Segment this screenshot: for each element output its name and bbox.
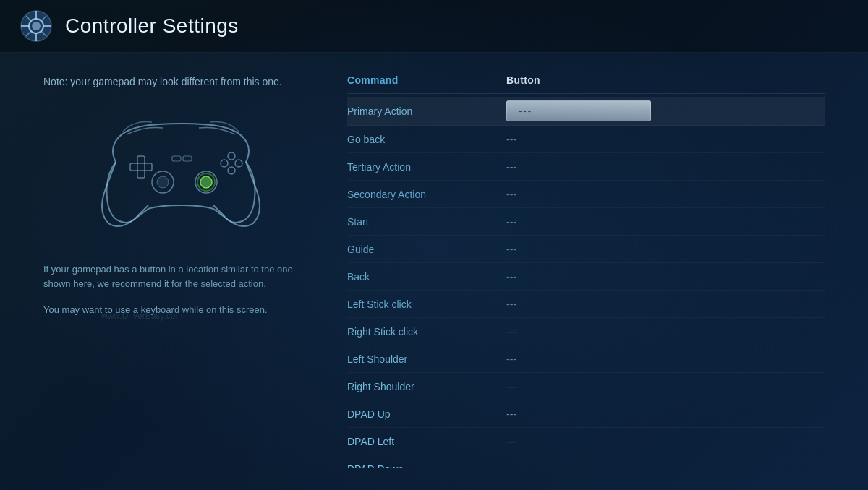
- table-body: Primary Action---Go back---Tertiary Acti…: [347, 97, 825, 468]
- main-content: Note: your gamepad may look different fr…: [0, 53, 868, 490]
- svg-rect-23: [183, 156, 192, 161]
- tip-text: If your gamepad has a button in a locati…: [43, 262, 318, 291]
- gamepad-illustration: [80, 104, 282, 245]
- row-button-value[interactable]: ---: [506, 298, 825, 310]
- row-command-label: Right Shoulder: [347, 381, 506, 392]
- row-button-value[interactable]: ---: [506, 244, 825, 255]
- svg-point-2: [32, 22, 41, 30]
- note-text: Note: your gamepad may look different fr…: [43, 74, 318, 90]
- button-input-field[interactable]: ---: [506, 100, 651, 121]
- row-command-label: Right Stick click: [347, 326, 506, 338]
- svg-point-21: [221, 160, 228, 167]
- table-row[interactable]: Tertiary Action---: [347, 153, 825, 181]
- table-row[interactable]: Back---: [347, 263, 825, 291]
- row-button-value[interactable]: ---: [506, 326, 825, 338]
- row-button-value[interactable]: ---: [506, 271, 825, 283]
- row-button-value[interactable]: ---: [506, 161, 825, 173]
- row-button-value[interactable]: ---: [506, 436, 825, 447]
- row-command-label: Guide: [347, 244, 506, 255]
- row-command-label: Secondary Action: [347, 189, 506, 200]
- svg-rect-11: [137, 156, 145, 178]
- table-row[interactable]: Left Stick click---: [347, 291, 825, 318]
- row-command-label: Left Shoulder: [347, 353, 506, 365]
- table-row[interactable]: DPAD Up---: [347, 400, 825, 428]
- row-button-value[interactable]: ---: [506, 353, 825, 365]
- row-button-value[interactable]: ---: [506, 100, 825, 121]
- table-row[interactable]: Guide---: [347, 236, 825, 263]
- table-row[interactable]: DPAD Left---: [347, 428, 825, 455]
- table-header: Command Button: [347, 74, 825, 94]
- table-row[interactable]: Start---: [347, 208, 825, 236]
- row-command-label: Start: [347, 216, 506, 228]
- svg-point-20: [228, 167, 235, 174]
- commands-table: Command Button Primary Action---Go back-…: [347, 74, 825, 468]
- svg-point-18: [228, 152, 235, 160]
- row-button-value[interactable]: ---: [506, 408, 825, 420]
- row-button-value[interactable]: ---: [506, 463, 825, 469]
- table-row[interactable]: Primary Action---: [347, 97, 825, 126]
- row-button-value[interactable]: ---: [506, 216, 825, 228]
- row-command-label: DPAD Down: [347, 463, 506, 469]
- gamepad-svg: [80, 104, 282, 245]
- row-command-label: Primary Action: [347, 106, 506, 117]
- right-panel: Command Button Primary Action---Go back-…: [347, 74, 825, 468]
- row-button-value[interactable]: ---: [506, 189, 825, 200]
- row-command-label: DPAD Left: [347, 436, 506, 447]
- table-row[interactable]: DPAD Down---: [347, 455, 825, 468]
- row-command-label: Left Stick click: [347, 298, 506, 310]
- page-title: Controller Settings: [65, 14, 239, 38]
- row-button-value[interactable]: ---: [506, 381, 825, 392]
- col-button-header: Button: [506, 74, 825, 86]
- table-row[interactable]: Left Shoulder---: [347, 345, 825, 373]
- svg-point-19: [235, 160, 242, 167]
- row-button-value[interactable]: ---: [506, 134, 825, 145]
- svg-rect-12: [130, 163, 152, 171]
- left-panel: Note: your gamepad may look different fr…: [43, 74, 318, 468]
- table-row[interactable]: Go back---: [347, 126, 825, 153]
- svg-point-16: [200, 176, 212, 188]
- keyboard-text: You may want to use a keyboard while on …: [43, 303, 318, 317]
- table-row[interactable]: Right Shoulder---: [347, 373, 825, 400]
- row-command-label: DPAD Up: [347, 408, 506, 420]
- steam-logo-icon: [20, 10, 52, 42]
- app-header: Controller Settings: [0, 0, 868, 53]
- row-command-label: Back: [347, 271, 506, 283]
- table-row[interactable]: Right Stick click---: [347, 318, 825, 345]
- svg-point-14: [157, 176, 169, 188]
- col-command-header: Command: [347, 74, 506, 86]
- row-command-label: Tertiary Action: [347, 161, 506, 173]
- svg-rect-22: [172, 156, 181, 161]
- table-row[interactable]: Secondary Action---: [347, 181, 825, 208]
- row-command-label: Go back: [347, 134, 506, 145]
